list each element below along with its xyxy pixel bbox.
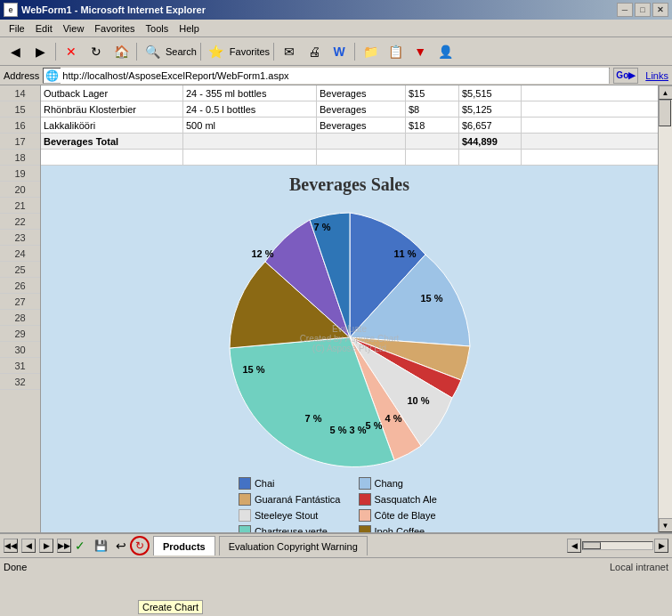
legend-item-cote: Côte de Blaye [359, 509, 461, 522]
people-button[interactable]: 👤 [433, 41, 457, 62]
scrollbar-horizontal[interactable]: ◀ ▶ [567, 539, 668, 553]
refresh-button[interactable]: ↻ [85, 41, 108, 62]
zone-label: Local intranet [610, 562, 668, 572]
pie-label-extra3: 7 % [314, 222, 331, 232]
back-button[interactable]: ◀ [4, 41, 27, 62]
row-32: 32 [0, 374, 40, 390]
nav-prev2-button[interactable]: ◀ [21, 539, 36, 553]
table-row-total: Beverages Total $44,899 [41, 134, 658, 150]
tab-products[interactable]: Products [153, 536, 215, 555]
cell-category: Beverages [317, 118, 406, 133]
print-button[interactable]: 🖨 [303, 41, 326, 62]
row-22: 22 [0, 214, 40, 230]
close-button[interactable]: ✕ [652, 3, 668, 17]
scroll-h-thumb[interactable] [583, 542, 601, 549]
toolbar-separator-5 [354, 43, 355, 61]
cell-total: $6,657 [459, 118, 522, 133]
nav-save-icon[interactable]: 💾 [89, 535, 112, 556]
window-controls: ─ □ ✕ [617, 3, 668, 17]
cell-qty: 24 - 355 ml bottles [183, 85, 317, 101]
scroll-left-button[interactable]: ◀ [567, 539, 581, 553]
links-label[interactable]: Links [645, 70, 668, 81]
legend-color-chartreuse [239, 525, 251, 532]
pie-label-steeleye: 7 % [305, 413, 322, 424]
maximize-button[interactable]: □ [635, 3, 651, 17]
table-row: Lakkalikööri 500 ml Beverages $18 $6,657 [41, 118, 658, 134]
menu-bar: File Edit View Favorites Tools Help [0, 20, 672, 37]
cell-qty: 500 ml [183, 118, 317, 133]
menu-edit[interactable]: Edit [30, 21, 58, 36]
scroll-up-button[interactable]: ▲ [659, 85, 673, 100]
toolbar: ◀ ▶ ✕ ↻ 🏠 🔍 Search ⭐ Favorites ✉ 🖨 W 📁 📋… [0, 37, 672, 66]
cell-price: $18 [406, 118, 459, 133]
forward-button[interactable]: ▶ [28, 41, 52, 62]
menu-file[interactable]: File [4, 21, 30, 36]
menu-view[interactable]: View [58, 21, 90, 36]
row-numbers: 14 15 16 17 18 19 20 21 22 23 24 25 26 2… [0, 85, 41, 532]
legend-color-chang [359, 477, 371, 490]
tab-evaluation-warning[interactable]: Evaluation Copyright Warning [219, 536, 368, 555]
extra-button[interactable]: ▼ [409, 41, 432, 62]
menu-help[interactable]: Help [174, 21, 205, 36]
legend-label-steeleye: Steeleye Stout [255, 510, 319, 521]
nav-next2-button[interactable]: ▶▶ [57, 539, 71, 553]
table-row: Outback Lager 24 - 355 ml bottles Bevera… [41, 85, 658, 101]
favorites-label[interactable]: Favorites [230, 46, 270, 57]
menu-favorites[interactable]: Favorites [89, 21, 140, 36]
legend-color-steeleye [239, 509, 251, 522]
title-bar: e WebForm1 - Microsoft Internet Explorer… [0, 0, 672, 20]
nav-next-button[interactable]: ▶ [39, 539, 53, 553]
legend-color-guarana [239, 493, 251, 506]
cell-name: Lakkalikööri [41, 118, 183, 133]
cell-price-total [406, 134, 459, 149]
app-icon: e [4, 3, 18, 17]
cell-total: $5,515 [459, 85, 522, 101]
home-button[interactable]: 🏠 [109, 41, 133, 62]
legend-color-sasquatch [359, 493, 371, 506]
legend-item-chartreuse: Chartreuse verte [239, 525, 341, 532]
nav-undo-icon[interactable]: ↩ [116, 539, 126, 553]
history-button[interactable]: 📋 [384, 41, 407, 62]
legend-label-coffee: Ipoh Coffee [375, 526, 425, 532]
mail-button[interactable]: ✉ [278, 41, 301, 62]
search-label[interactable]: Search [166, 46, 197, 57]
status-bar: Done Create Chart Local intranet [0, 557, 672, 575]
legend-color-chai [239, 477, 251, 490]
address-label: Address [4, 70, 39, 81]
address-input[interactable] [61, 68, 609, 84]
cell-qty: 24 - 0.5 l bottles [183, 101, 317, 117]
row-26: 26 [0, 278, 40, 294]
legend-color-coffee [359, 525, 371, 532]
stop-button[interactable]: ✕ [60, 41, 83, 62]
legend-item-sasquatch: Sasquatch Ale [359, 493, 461, 506]
word-button[interactable]: W [328, 41, 351, 62]
row-20: 20 [0, 182, 40, 198]
folder-button[interactable]: 📁 [359, 41, 382, 62]
refresh-tab-icon[interactable]: ↻ [130, 536, 150, 555]
table-row-empty [41, 150, 658, 166]
pie-label-extra2: 10 % [408, 395, 430, 406]
scrollbar-vertical[interactable]: ▲ ▼ [658, 85, 672, 532]
scroll-right-button[interactable]: ▶ [654, 539, 668, 553]
scroll-down-button[interactable]: ▼ [659, 518, 673, 532]
row-15: 15 [0, 101, 40, 118]
cell-name: Outback Lager [41, 85, 183, 101]
cell-name: Rhönbräu Klosterbier [41, 101, 183, 117]
row-29: 29 [0, 326, 40, 342]
cell-total: $5,125 [459, 101, 522, 117]
go-button[interactable]: Go ▶ [613, 68, 638, 84]
pie-chart-container: Evaluate Created by Aspose.Chart (C) Asp… [216, 204, 483, 473]
menu-tools[interactable]: Tools [141, 21, 174, 36]
scroll-h-track[interactable] [582, 541, 653, 550]
pie-label-guarana: 3 % [350, 425, 367, 435]
pie-label-sasquatch: 5 % [366, 420, 383, 431]
favorites-star-icon[interactable]: ⭐ [205, 41, 228, 62]
minimize-button[interactable]: ─ [617, 3, 633, 17]
scroll-track[interactable] [659, 100, 672, 518]
cell-price: $15 [406, 85, 459, 101]
legend-item-steeleye: Steeleye Stout [239, 509, 341, 522]
search-icon-btn[interactable]: 🔍 [141, 41, 164, 62]
nav-prev-button[interactable]: ◀◀ [4, 539, 18, 553]
scroll-thumb[interactable] [659, 100, 671, 126]
row-14: 14 [0, 85, 40, 101]
